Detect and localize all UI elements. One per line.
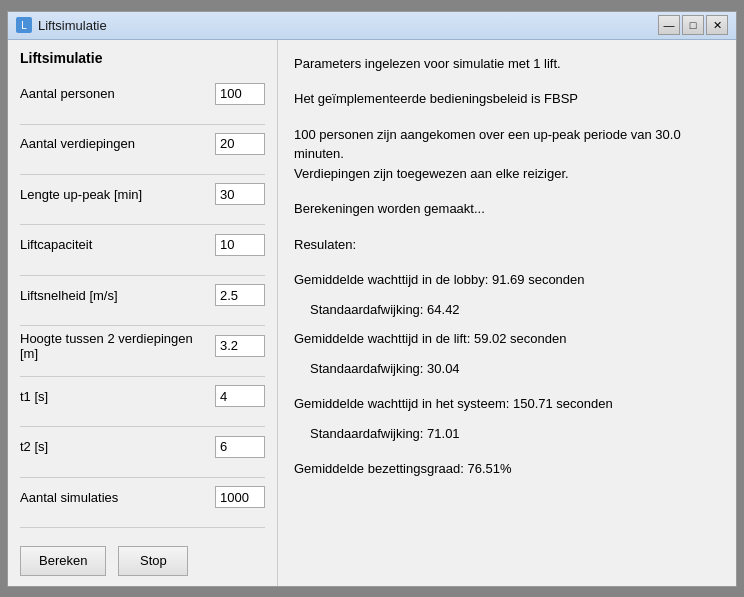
field-row-t2: t2 [s] (20, 433, 265, 461)
app-icon: L (16, 17, 32, 33)
result-line-4: Berekeningen worden gemaakt... (294, 199, 720, 219)
close-button[interactable]: ✕ (706, 15, 728, 35)
input-aantal-personen[interactable] (215, 83, 265, 105)
result-line-systeem-avg: Gemiddelde wachttijd in het systeem: 150… (294, 394, 720, 414)
stop-button[interactable]: Stop (118, 546, 188, 576)
title-bar: L Liftsimulatie — □ ✕ (8, 12, 736, 40)
result-line-bezetting: Gemiddelde bezettingsgraad: 76.51% (294, 459, 720, 479)
result-line-systeem-std: Standaardafwijking: 71.01 (294, 424, 720, 444)
input-liftcapaciteit[interactable] (215, 234, 265, 256)
label-lengte-up-peak: Lengte up-peak [min] (20, 187, 215, 202)
label-aantal-personen: Aantal personen (20, 86, 215, 101)
result-line-1: Parameters ingelezen voor simulatie met … (294, 54, 720, 74)
input-liftsnelheid[interactable] (215, 284, 265, 306)
input-t1[interactable] (215, 385, 265, 407)
result-line-5: Resulaten: (294, 235, 720, 255)
left-panel: Liftsimulatie Aantal personen Aantal ver… (8, 40, 278, 586)
result-line-lobby-avg: Gemiddelde wachttijd in de lobby: 91.69 … (294, 270, 720, 290)
input-aantal-verdiepingen[interactable] (215, 133, 265, 155)
field-row-aantal-personen: Aantal personen (20, 80, 265, 108)
minimize-button[interactable]: — (658, 15, 680, 35)
field-row-liftsnelheid: Liftsnelheid [m/s] (20, 281, 265, 309)
result-line-2: Het geïmplementeerde bedieningsbeleid is… (294, 89, 720, 109)
window-body: Liftsimulatie Aantal personen Aantal ver… (8, 40, 736, 586)
input-aantal-simulaties[interactable] (215, 486, 265, 508)
label-liftcapaciteit: Liftcapaciteit (20, 237, 215, 252)
label-aantal-verdiepingen: Aantal verdiepingen (20, 136, 215, 151)
field-row-hoogte: Hoogte tussen 2 verdiepingen [m] (20, 332, 265, 360)
label-aantal-simulaties: Aantal simulaties (20, 490, 215, 505)
result-line-lift-avg: Gemiddelde wachttijd in de lift: 59.02 s… (294, 329, 720, 349)
result-line-lift-std: Standaardafwijking: 30.04 (294, 359, 720, 379)
panel-title: Liftsimulatie (20, 50, 265, 66)
right-panel: Parameters ingelezen voor simulatie met … (278, 40, 736, 586)
label-t1: t1 [s] (20, 389, 215, 404)
input-t2[interactable] (215, 436, 265, 458)
input-hoogte[interactable] (215, 335, 265, 357)
label-liftsnelheid: Liftsnelheid [m/s] (20, 288, 215, 303)
result-line-3: 100 personen zijn aangekomen over een up… (294, 125, 720, 184)
label-hoogte: Hoogte tussen 2 verdiepingen [m] (20, 331, 215, 361)
field-row-t1: t1 [s] (20, 382, 265, 410)
field-row-aantal-verdiepingen: Aantal verdiepingen (20, 130, 265, 158)
label-t2: t2 [s] (20, 439, 215, 454)
maximize-button[interactable]: □ (682, 15, 704, 35)
bereken-button[interactable]: Bereken (20, 546, 106, 576)
result-line-lobby-std: Standaardafwijking: 64.42 (294, 300, 720, 320)
main-window: L Liftsimulatie — □ ✕ Liftsimulatie Aant… (7, 11, 737, 587)
window-title: Liftsimulatie (38, 18, 658, 33)
field-row-aantal-simulaties: Aantal simulaties (20, 483, 265, 511)
field-row-lengte-up-peak: Lengte up-peak [min] (20, 180, 265, 208)
field-row-liftcapaciteit: Liftcapaciteit (20, 231, 265, 259)
input-lengte-up-peak[interactable] (215, 183, 265, 205)
button-row: Bereken Stop (20, 534, 265, 576)
title-bar-buttons: — □ ✕ (658, 15, 728, 35)
